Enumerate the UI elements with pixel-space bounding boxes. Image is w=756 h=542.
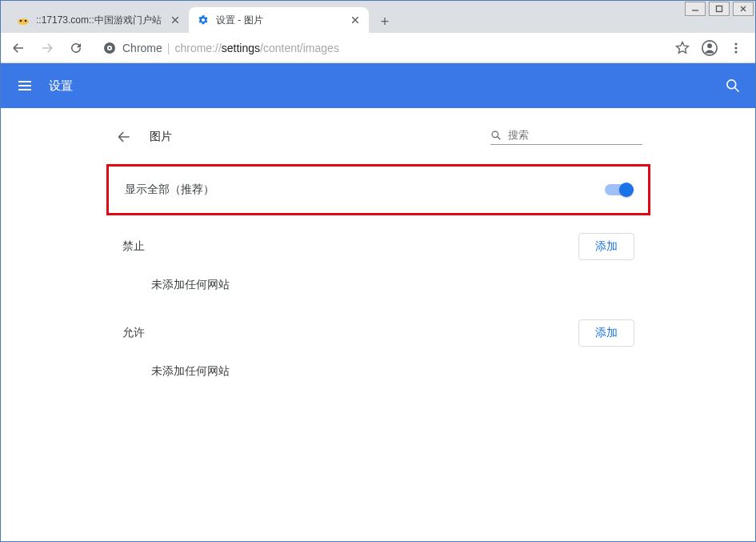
svg-point-16 bbox=[734, 42, 737, 45]
toggle-knob bbox=[619, 183, 634, 197]
address-bar: Chrome | chrome://settings/content/image… bbox=[1, 33, 755, 63]
allow-add-button[interactable]: 添加 bbox=[578, 319, 634, 347]
tab-strip: ::17173.com::中国游戏门户站 设置 - 图片 + bbox=[1, 1, 755, 33]
forward-button[interactable] bbox=[38, 38, 57, 58]
maximize-button[interactable] bbox=[709, 2, 730, 16]
close-icon[interactable] bbox=[350, 14, 361, 26]
url-suffix: /content/images bbox=[260, 42, 339, 54]
profile-icon[interactable] bbox=[701, 39, 718, 57]
block-title: 禁止 bbox=[122, 239, 145, 254]
url-scheme: Chrome bbox=[122, 42, 162, 54]
back-arrow-icon[interactable] bbox=[114, 127, 134, 147]
svg-point-24 bbox=[492, 131, 498, 138]
window-controls bbox=[685, 2, 754, 16]
new-tab-button[interactable]: + bbox=[374, 10, 396, 33]
url-bold: settings bbox=[222, 42, 260, 54]
tab-title: ::17173.com::中国游戏门户站 bbox=[36, 14, 170, 27]
svg-point-13 bbox=[109, 46, 111, 49]
svg-point-4 bbox=[18, 18, 29, 25]
show-all-row: 显示全部（推荐） bbox=[109, 171, 648, 208]
settings-title: 设置 bbox=[49, 78, 73, 94]
svg-rect-1 bbox=[717, 6, 722, 12]
back-button[interactable] bbox=[9, 38, 28, 58]
close-window-button[interactable] bbox=[733, 2, 754, 16]
page-title: 图片 bbox=[150, 130, 172, 144]
svg-point-17 bbox=[734, 46, 737, 49]
url-divider: | bbox=[167, 42, 170, 54]
settings-header: 设置 bbox=[1, 63, 755, 108]
close-icon[interactable] bbox=[170, 14, 181, 26]
favicon-17173 bbox=[17, 14, 30, 26]
search-icon[interactable] bbox=[725, 78, 741, 94]
star-icon[interactable] bbox=[675, 41, 690, 55]
svg-point-6 bbox=[25, 20, 27, 22]
minimize-button[interactable] bbox=[685, 2, 706, 16]
allow-section-header: 允许 添加 bbox=[106, 315, 650, 356]
svg-line-25 bbox=[497, 136, 500, 139]
page-search[interactable] bbox=[490, 129, 642, 145]
svg-point-18 bbox=[734, 50, 737, 53]
url-prefix: chrome:// bbox=[174, 42, 221, 54]
allow-title: 允许 bbox=[122, 326, 145, 340]
show-all-toggle[interactable] bbox=[605, 184, 632, 195]
svg-line-23 bbox=[735, 88, 739, 92]
svg-point-22 bbox=[727, 80, 736, 89]
reload-button[interactable] bbox=[66, 38, 86, 58]
omnibox[interactable]: Chrome | chrome://settings/content/image… bbox=[95, 37, 666, 59]
search-input[interactable] bbox=[508, 129, 642, 141]
svg-point-5 bbox=[20, 20, 22, 22]
block-add-button[interactable]: 添加 bbox=[578, 233, 634, 260]
search-icon bbox=[490, 130, 502, 141]
favicon-settings bbox=[197, 14, 210, 26]
block-section-header: 禁止 添加 bbox=[106, 228, 650, 270]
highlighted-row: 显示全部（推荐） bbox=[106, 164, 650, 215]
content-area: 图片 显示全部（推荐） 禁止 添加 未添加任何网站 允许 添加 bbox=[1, 108, 755, 541]
menu-icon[interactable] bbox=[730, 42, 742, 54]
tab-settings[interactable]: 设置 - 图片 bbox=[189, 7, 369, 33]
tab-17173[interactable]: ::17173.com::中国游戏门户站 bbox=[9, 7, 189, 33]
svg-point-15 bbox=[707, 43, 712, 48]
page-header: 图片 bbox=[106, 124, 650, 159]
block-empty: 未添加任何网站 bbox=[106, 270, 650, 315]
url-text: chrome://settings/content/images bbox=[174, 42, 338, 54]
allow-empty: 未添加任何网站 bbox=[106, 356, 650, 401]
tab-title: 设置 - 图片 bbox=[216, 14, 350, 27]
hamburger-icon[interactable] bbox=[15, 76, 34, 95]
show-all-label: 显示全部（推荐） bbox=[125, 183, 214, 197]
chrome-icon bbox=[103, 42, 116, 54]
